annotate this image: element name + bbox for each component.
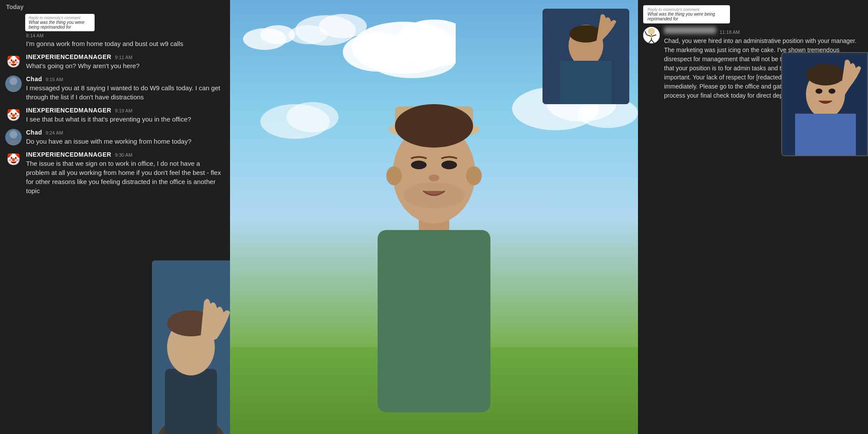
- person-svg: [343, 22, 525, 412]
- svg-point-35: [404, 182, 464, 208]
- msg2-text: What's going on? Why aren't you here?: [26, 61, 225, 70]
- msg6-username: INEXPERIENCEDMANAGER: [26, 151, 112, 158]
- msg1-text: I'm gonna work from home today and bust …: [26, 39, 225, 48]
- msg6-time: 9:30 AM: [115, 152, 132, 158]
- center-panel: [230, 0, 638, 434]
- message-row-3: Chad 9:15 AM I messaged you at 8 saying …: [5, 76, 225, 102]
- msg3-username: Chad: [26, 76, 42, 82]
- svg-rect-6: [165, 369, 217, 434]
- manager-avatar-3: 🤡: [5, 151, 22, 168]
- msg6-text: The issue is that we sign on to work in …: [26, 159, 225, 195]
- small-video-center: [542, 9, 629, 104]
- manager-avatar-1: 🤡: [5, 53, 22, 70]
- svg-point-28: [466, 166, 482, 185]
- message-row-5: Chad 9:24 AM Do you have an issue with m…: [5, 129, 225, 146]
- small-video-right: [781, 52, 868, 156]
- svg-point-32: [411, 161, 427, 169]
- right-msg-time: 11:18 AM: [720, 30, 740, 35]
- msg3-time: 9:15 AM: [46, 77, 63, 82]
- svg-point-0: [10, 77, 17, 85]
- message-row-2: 🤡 INEXPERIENCEDMANAGER 9:11 AM What's go…: [5, 53, 225, 70]
- svg-point-55: [815, 89, 822, 94]
- today-label: Today: [0, 0, 230, 14]
- reply-sticker-left: Reply to mizemuly's comment What was the…: [25, 14, 95, 31]
- message-row-1: 8:14 AM I'm gonna work from home today a…: [26, 33, 225, 48]
- svg-point-2: [10, 131, 17, 138]
- svg-point-36: [395, 104, 473, 148]
- msg4-text: I see that but what is it that's prevent…: [26, 115, 225, 124]
- right-username-blurred: [664, 27, 716, 34]
- svg-point-34: [429, 174, 439, 181]
- svg-rect-25: [378, 230, 490, 412]
- reply-sticker-right: Reply to mizemuly's comment What was the…: [643, 5, 730, 23]
- msg3-text: I messaged you at 8 saying I wanted to d…: [26, 83, 225, 102]
- left-chat-panel: Today Reply to mizemuly's comment What w…: [0, 0, 230, 434]
- svg-point-27: [386, 166, 402, 185]
- person-overlay-left: [152, 260, 230, 434]
- msg5-username: Chad: [26, 129, 42, 136]
- right-chat-panel: Reply to mizemuly's comment What was the…: [638, 0, 868, 434]
- msg2-username: INEXPERIENCEDMANAGER: [26, 53, 112, 60]
- msg4-time: 9:19 AM: [115, 108, 132, 113]
- svg-point-56: [829, 89, 835, 94]
- msg1-time: 8:14 AM: [26, 33, 43, 38]
- msg5-text: Do you have an issue with me working fro…: [26, 137, 225, 146]
- svg-rect-53: [795, 114, 856, 156]
- msg5-time: 9:24 AM: [46, 130, 63, 135]
- message-row-4: 🤡 INEXPERIENCEDMANAGER 9:19 AM I see tha…: [5, 107, 225, 124]
- manager-avatar-right: [643, 27, 660, 43]
- message-row-6: 🤡 INEXPERIENCEDMANAGER 9:30 AM The issue…: [5, 151, 225, 195]
- msg2-time: 9:11 AM: [115, 55, 132, 60]
- chat-area-left: Reply to mizemuly's comment What was the…: [0, 14, 230, 201]
- svg-point-54: [806, 64, 845, 85]
- reply-text-left: What was the thing you were being reprim…: [29, 20, 84, 30]
- chad-avatar-1: [5, 76, 22, 92]
- chad-avatar-2: [5, 129, 22, 145]
- reply-text-right: What was the thing you were being reprim…: [648, 12, 715, 21]
- msg4-username: INEXPERIENCEDMANAGER: [26, 107, 112, 114]
- reply-prefix-right: Reply to mizemuly's comment: [648, 7, 726, 12]
- svg-point-33: [441, 161, 457, 169]
- svg-point-3: [7, 140, 20, 145]
- manager-avatar-2: 🤡: [5, 107, 22, 123]
- reply-prefix-left: Reply to mizemuly's comment: [29, 16, 91, 20]
- svg-point-1: [7, 86, 20, 92]
- svg-point-43: [648, 28, 654, 34]
